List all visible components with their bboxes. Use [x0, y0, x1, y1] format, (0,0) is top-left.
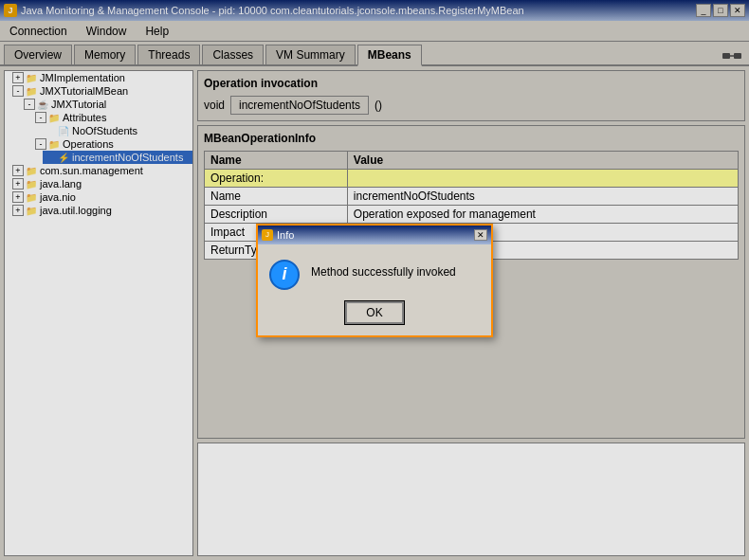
- info-icon: i: [269, 260, 300, 290]
- ok-button[interactable]: OK: [345, 301, 403, 324]
- modal-footer: OK: [258, 301, 491, 335]
- modal-message: Method successfully invoked: [311, 260, 456, 279]
- modal-overlay: J Info ✕ i Method successfully invoked O…: [0, 0, 749, 560]
- modal-close-button[interactable]: ✕: [474, 229, 487, 241]
- modal-title-left: J Info: [262, 229, 294, 241]
- modal-title-text: Info: [277, 229, 294, 241]
- modal-title-bar: J Info ✕: [258, 226, 491, 244]
- info-modal: J Info ✕ i Method successfully invoked O…: [256, 224, 493, 337]
- modal-app-icon: J: [262, 229, 273, 241]
- modal-body: i Method successfully invoked: [258, 244, 491, 301]
